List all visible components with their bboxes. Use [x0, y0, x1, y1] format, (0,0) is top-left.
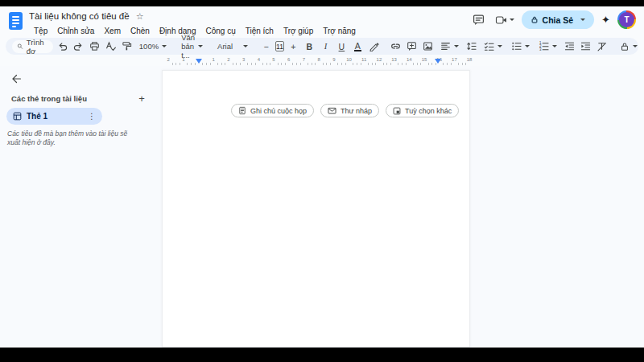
bulleted-list-select[interactable]: [508, 39, 533, 53]
toolbar: Trình đơ: [6, 38, 638, 55]
ruler-tick: [315, 63, 316, 65]
undo-button[interactable]: [56, 39, 69, 53]
insert-link-button[interactable]: [389, 39, 402, 53]
more-options-chip[interactable]: Tuỳ chọn khác: [386, 104, 459, 117]
ruler-tick: [323, 63, 324, 65]
menu-view[interactable]: Xem: [99, 25, 126, 37]
ruler-number: 5: [272, 57, 275, 62]
add-comment-button[interactable]: [405, 39, 419, 53]
tab-options-button[interactable]: ⋮: [88, 112, 96, 121]
ruler-tick: [270, 63, 270, 65]
left-indent-marker[interactable]: [196, 59, 202, 64]
ruler-tick: [330, 63, 331, 65]
document-page[interactable]: Ghi chú cuộc họp Thư nháp: [162, 70, 470, 348]
back-button[interactable]: [8, 71, 24, 87]
chevron-down-icon: [552, 45, 557, 47]
share-dropdown-icon[interactable]: [580, 19, 585, 21]
ruler-tick: [308, 63, 308, 65]
link-icon: [390, 41, 401, 51]
increase-font-size-button[interactable]: +: [287, 39, 300, 53]
menu-file[interactable]: Tệp: [29, 25, 52, 37]
document-title[interactable]: Tài liệu không có tiêu đề: [29, 11, 130, 21]
header: Tài liệu không có tiêu đề ☆ Tệp Chỉnh sử…: [0, 6, 644, 39]
line-spacing-button[interactable]: [464, 39, 478, 53]
content-area: Các thẻ trong tài liệu + Thẻ 1 ⋮ Các tiê…: [0, 66, 644, 348]
font-value: Arial: [217, 42, 233, 51]
checklist-select[interactable]: [481, 39, 506, 53]
bold-button[interactable]: B: [303, 39, 316, 53]
ruler-tick: [383, 63, 384, 65]
menu-edit[interactable]: Chỉnh sửa: [52, 25, 99, 37]
add-comment-icon: [407, 41, 417, 51]
font-select[interactable]: Arial: [214, 39, 251, 53]
header-actions: Chia Sẻ ✦ T: [470, 10, 636, 29]
increase-indent-button[interactable]: [579, 39, 592, 53]
menus-search-button[interactable]: Trình đơ: [12, 40, 53, 53]
ruler-tick: [236, 63, 237, 65]
email-draft-chip[interactable]: Thư nháp: [320, 104, 379, 117]
ruler-tick: [221, 63, 222, 65]
right-indent-marker[interactable]: [435, 59, 441, 64]
ruler-tick: [386, 63, 387, 65]
ruler-tick: [357, 63, 357, 65]
font-size-input[interactable]: 11: [275, 41, 284, 51]
align-select[interactable]: [437, 39, 462, 53]
meeting-notes-icon: [238, 106, 246, 115]
ruler-number: 12: [377, 57, 382, 62]
sparkle-icon[interactable]: ✦: [601, 14, 610, 26]
star-icon[interactable]: ☆: [136, 12, 144, 21]
docs-logo-icon[interactable]: [9, 12, 23, 30]
clear-format-icon: [597, 41, 607, 51]
menu-tools[interactable]: Công cụ: [200, 25, 240, 37]
print-button[interactable]: [88, 39, 101, 53]
text-color-button[interactable]: A: [351, 39, 365, 53]
ruler-tick: [281, 63, 282, 65]
ruler-number: 10: [346, 57, 352, 62]
arrow-left-icon: [10, 73, 22, 84]
comment-history-button[interactable]: [470, 11, 488, 29]
outdent-icon: [564, 41, 575, 51]
highlighter-icon: [369, 41, 379, 51]
styles-select[interactable]: Văn bản t...: [178, 39, 206, 53]
menu-accessibility[interactable]: Trợ năng: [318, 25, 361, 37]
redo-icon: [73, 41, 84, 51]
video-camera-icon: [495, 14, 508, 26]
clear-formatting-button[interactable]: [595, 39, 609, 53]
chip-label: Ghi chú cuộc họp: [250, 107, 307, 115]
italic-button[interactable]: I: [319, 39, 332, 53]
chevron-down-icon: [525, 45, 530, 47]
chevron-down-icon: [243, 45, 248, 47]
editing-lock-select[interactable]: [617, 39, 641, 53]
account-avatar[interactable]: T: [617, 10, 636, 29]
meet-button[interactable]: [495, 14, 514, 26]
zoom-select[interactable]: 100%: [136, 39, 170, 53]
ruler-tick: [465, 63, 466, 65]
redo-button[interactable]: [72, 39, 85, 53]
ruler-tick: [206, 63, 207, 65]
decrease-indent-button[interactable]: [563, 39, 576, 53]
paint-format-button[interactable]: [120, 39, 134, 53]
ruler-tick: [417, 63, 418, 65]
insert-image-button[interactable]: [421, 39, 435, 53]
menu-extensions[interactable]: Tiện ích: [241, 25, 279, 37]
underline-button[interactable]: U: [335, 39, 349, 53]
ruler-tick: [217, 63, 218, 65]
share-button[interactable]: Chia Sẻ: [522, 10, 595, 29]
menu-help[interactable]: Trợ giúp: [279, 25, 318, 37]
ruler-number: 6: [287, 57, 290, 62]
align-left-icon: [440, 41, 451, 51]
highlight-button[interactable]: [367, 39, 381, 53]
add-tab-button[interactable]: +: [135, 92, 148, 105]
chevron-down-icon: [162, 45, 167, 47]
ruler: 21123456789101112131415161718: [0, 56, 644, 66]
sidebar-item-tab1[interactable]: Thẻ 1 ⋮: [6, 108, 102, 125]
decrease-font-size-button[interactable]: −: [259, 39, 273, 53]
ruler-tick: [187, 63, 188, 65]
ruler-tick: [262, 63, 263, 65]
spellcheck-button[interactable]: [104, 39, 118, 53]
numbered-list-select[interactable]: 1 2 3: [535, 39, 560, 53]
meeting-notes-chip[interactable]: Ghi chú cuộc họp: [231, 104, 314, 117]
ruler-tick: [251, 63, 252, 65]
email-draft-icon: [328, 106, 336, 115]
menu-insert[interactable]: Chèn: [126, 25, 155, 37]
